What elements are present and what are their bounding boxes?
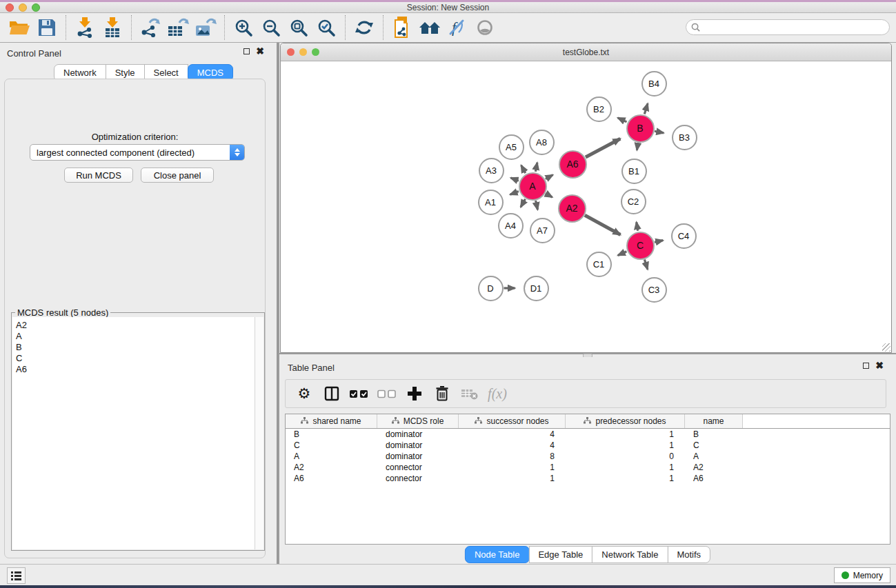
column-header-name[interactable]: name: [685, 414, 743, 428]
table-row[interactable]: Adominator80A: [286, 451, 890, 462]
graph-node-C3[interactable]: C3: [641, 277, 667, 303]
select-all-checkboxes-icon[interactable]: [348, 382, 371, 405]
column-header-shared-name[interactable]: shared name: [286, 414, 377, 428]
table-cell[interactable]: A: [685, 452, 743, 461]
eye-icon[interactable]: [471, 15, 499, 40]
tab-edge-table[interactable]: Edge Table: [528, 546, 593, 563]
table-cell[interactable]: 1: [459, 463, 566, 472]
table-cell[interactable]: dominator: [377, 440, 459, 450]
graph-node-C1[interactable]: C1: [586, 252, 612, 277]
table-cell[interactable]: 4: [459, 429, 566, 439]
table-cell[interactable]: 4: [459, 440, 566, 450]
memory-button[interactable]: Memory: [834, 567, 890, 583]
table-cell[interactable]: B: [286, 429, 377, 439]
close-table-panel-icon[interactable]: ✖: [875, 362, 884, 369]
search-input[interactable]: [704, 21, 889, 34]
graph-node-A5[interactable]: A5: [499, 134, 524, 160]
graph-node-A6[interactable]: A6: [559, 150, 587, 179]
column-header-predecessor-nodes[interactable]: predecessor nodes: [566, 414, 685, 428]
import-table-icon[interactable]: [99, 15, 126, 40]
table-row[interactable]: Bdominator41B: [286, 429, 890, 440]
split-view-icon[interactable]: [320, 382, 344, 405]
table-cell[interactable]: 1: [566, 474, 685, 483]
task-history-button[interactable]: [7, 567, 26, 584]
table-cell[interactable]: connector: [377, 463, 459, 472]
table-row[interactable]: A6connector11A6: [286, 473, 890, 484]
table-cell[interactable]: 1: [566, 429, 685, 439]
mcds-result-item[interactable]: A2: [16, 320, 255, 331]
table-cell[interactable]: A6: [286, 474, 377, 483]
graph-node-A[interactable]: A: [519, 172, 547, 201]
tab-network-table[interactable]: Network Table: [592, 546, 668, 563]
delete-column-trash-icon[interactable]: [430, 382, 454, 405]
table-cell[interactable]: C: [685, 440, 743, 450]
table-cell[interactable]: connector: [377, 474, 459, 483]
zoom-fit-icon[interactable]: [285, 15, 312, 40]
column-header-MCDS-role[interactable]: MCDS role: [377, 414, 459, 428]
column-header-successor-nodes[interactable]: successor nodes: [459, 414, 566, 428]
zoom-in-icon[interactable]: [230, 15, 257, 40]
graph-node-C4[interactable]: C4: [671, 223, 697, 249]
table-cell[interactable]: C: [286, 440, 377, 450]
network-canvas[interactable]: B4B2BB3A8A5A6A3B1AA1C2A2A4A7C4CC1DD1C3: [281, 61, 891, 352]
graph-node-A2[interactable]: A2: [558, 194, 586, 223]
export-network-icon[interactable]: [137, 15, 164, 40]
tab-node-table[interactable]: Node Table: [465, 546, 530, 563]
home-icon[interactable]: [416, 15, 444, 40]
graph-node-A3[interactable]: A3: [479, 158, 504, 183]
mcds-result-item[interactable]: A: [16, 331, 255, 342]
table-row[interactable]: Cdominator41C: [286, 440, 890, 451]
table-cell[interactable]: dominator: [377, 452, 459, 461]
export-image-icon[interactable]: [192, 15, 219, 40]
mcds-result-item[interactable]: B: [16, 342, 255, 353]
graph-node-C[interactable]: C: [626, 232, 655, 260]
table-cell[interactable]: 8: [459, 452, 566, 461]
refresh-icon[interactable]: [350, 15, 378, 40]
graph-node-A8[interactable]: A8: [529, 130, 555, 155]
table-cell[interactable]: 1: [566, 440, 685, 450]
table-cell[interactable]: A: [286, 452, 377, 461]
mcds-result-item[interactable]: A6: [16, 364, 255, 375]
graph-node-C2[interactable]: C2: [621, 189, 646, 214]
table-cell[interactable]: 1: [566, 463, 685, 472]
mcds-result-list[interactable]: A2ABCA6: [12, 317, 255, 549]
zoom-out-icon[interactable]: [257, 15, 285, 40]
window-resize-grip[interactable]: [882, 343, 890, 352]
export-table-icon[interactable]: [164, 15, 192, 40]
table-cell[interactable]: A2: [685, 463, 743, 472]
close-panel-button[interactable]: Close panel: [141, 168, 214, 183]
tab-motifs[interactable]: Motifs: [667, 546, 710, 563]
table-cell[interactable]: B: [685, 429, 743, 439]
graph-node-B3[interactable]: B3: [672, 125, 697, 150]
float-panel-icon[interactable]: [243, 48, 250, 54]
graph-node-A4[interactable]: A4: [498, 213, 524, 239]
criterion-dropdown[interactable]: largest connected component (directed): [30, 144, 245, 161]
deselect-checkboxes-icon[interactable]: [375, 382, 399, 405]
zoom-selected-icon[interactable]: [312, 15, 340, 40]
table-cell[interactable]: 1: [459, 474, 566, 483]
run-mcds-button[interactable]: Run MCDS: [64, 168, 133, 183]
network-window-titlebar[interactable]: testGlobe.txt: [281, 43, 891, 61]
graph-node-B4[interactable]: B4: [641, 71, 667, 97]
graph-node-B2[interactable]: B2: [586, 97, 612, 122]
float-table-panel-icon[interactable]: [863, 363, 869, 369]
graph-node-B1[interactable]: B1: [621, 159, 647, 184]
save-icon[interactable]: [33, 15, 61, 40]
add-column-icon[interactable]: [403, 382, 426, 405]
graph-node-D[interactable]: D: [478, 276, 504, 301]
table-cell[interactable]: dominator: [377, 429, 459, 439]
mcds-result-item[interactable]: C: [16, 353, 255, 364]
graph-node-B[interactable]: B: [626, 114, 655, 143]
graph-node-D1[interactable]: D1: [524, 276, 549, 301]
table-cell[interactable]: A2: [286, 463, 377, 472]
result-scrollbar[interactable]: [255, 317, 263, 549]
open-folder-icon[interactable]: [6, 15, 33, 40]
function-hide-icon[interactable]: f: [444, 15, 471, 40]
graph-node-A7[interactable]: A7: [530, 218, 555, 243]
graph-node-A1[interactable]: A1: [478, 190, 504, 215]
close-panel-icon[interactable]: ✖: [256, 48, 264, 54]
search-box[interactable]: [686, 19, 890, 35]
import-network-icon[interactable]: [71, 15, 99, 40]
table-cell[interactable]: 0: [566, 452, 685, 461]
table-row[interactable]: A2connector11A2: [286, 462, 890, 473]
